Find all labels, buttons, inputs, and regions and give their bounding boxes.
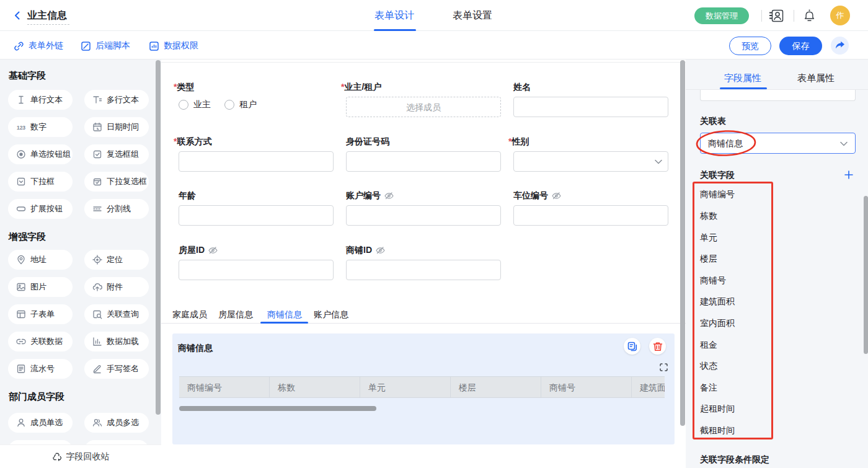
- svg-text:123: 123: [17, 125, 25, 131]
